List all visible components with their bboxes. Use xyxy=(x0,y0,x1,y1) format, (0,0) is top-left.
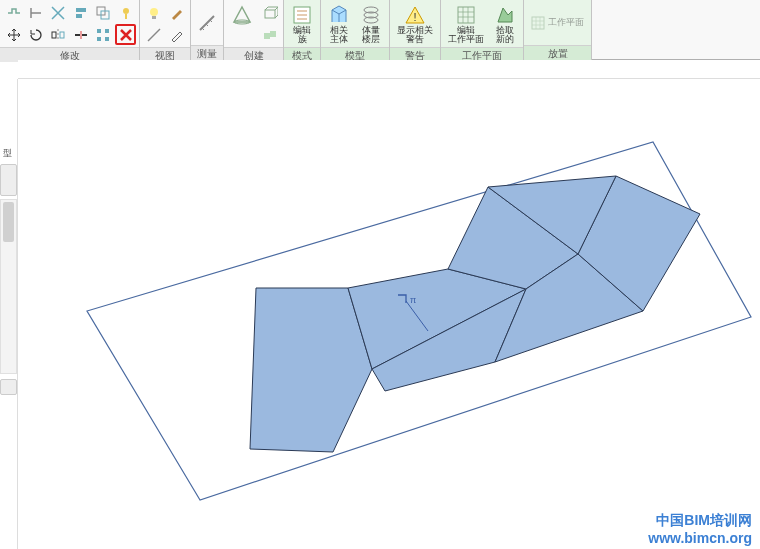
move-icon[interactable] xyxy=(3,24,24,45)
pick-new-button[interactable]: 拾取 新的 xyxy=(490,2,520,45)
svg-text:!: ! xyxy=(413,11,416,23)
watermark-line2: www.bimcn.org xyxy=(648,529,752,547)
group-label-measure: 测量 xyxy=(191,45,223,60)
measure-icon[interactable] xyxy=(194,3,220,43)
svg-rect-14 xyxy=(265,10,275,18)
group-mode: 编辑 族 模式 xyxy=(284,0,321,60)
face-1 xyxy=(250,288,372,452)
svg-text:π: π xyxy=(410,295,416,305)
group-view: 视图 xyxy=(140,0,191,60)
split-icon[interactable] xyxy=(70,24,91,45)
edit-workplane-label: 编辑 工作平面 xyxy=(448,26,484,44)
scroll-thumb[interactable] xyxy=(3,202,14,242)
svg-rect-3 xyxy=(76,14,82,18)
edit-family-button[interactable]: 编辑 族 xyxy=(287,2,317,45)
vertical-ruler: 型 xyxy=(0,79,18,549)
sidebar-label: 型 xyxy=(3,147,12,160)
sidebar-scrollbar[interactable] xyxy=(0,199,17,374)
align-icon[interactable] xyxy=(70,2,91,23)
drawing-canvas[interactable]: π xyxy=(18,79,760,549)
pipe-icon[interactable] xyxy=(3,2,24,23)
svg-rect-9 xyxy=(105,37,109,41)
svg-rect-15 xyxy=(264,33,270,39)
create-form-button[interactable] xyxy=(227,2,257,45)
trim-icon[interactable] xyxy=(47,2,68,23)
array-icon[interactable] xyxy=(92,24,113,45)
svg-point-10 xyxy=(123,8,129,14)
panel-tab-2[interactable] xyxy=(0,379,17,395)
svg-rect-16 xyxy=(270,31,276,37)
watermark: 中国BIM培训网 www.bimcn.org xyxy=(648,511,752,547)
edit-family-label: 编辑 族 xyxy=(293,26,311,44)
group-workplane: 编辑 工作平面 拾取 新的 工作平面 xyxy=(441,0,524,60)
related-host-button[interactable]: 相关 主体 xyxy=(324,2,354,45)
svg-rect-1 xyxy=(60,32,64,38)
svg-rect-12 xyxy=(152,16,156,19)
group-model: 相关 主体 体量 楼层 模型 xyxy=(321,0,390,60)
group-modify: 修改 xyxy=(0,0,140,60)
grid-small-icon xyxy=(531,16,545,30)
svg-rect-6 xyxy=(97,29,101,33)
svg-rect-0 xyxy=(52,32,56,38)
join-icon[interactable] xyxy=(25,2,46,23)
show-warnings-button[interactable]: ! 显示相关 警告 xyxy=(393,2,437,45)
horizontal-ruler xyxy=(18,60,760,79)
model-view: π xyxy=(18,79,760,549)
pin-icon[interactable] xyxy=(115,2,136,23)
box-icon[interactable] xyxy=(259,2,280,23)
svg-rect-8 xyxy=(97,37,101,41)
delete-icon[interactable] xyxy=(115,24,136,45)
svg-rect-22 xyxy=(458,7,474,23)
show-warnings-label: 显示相关 警告 xyxy=(397,26,433,44)
svg-rect-2 xyxy=(76,8,86,12)
brush-icon[interactable] xyxy=(166,2,187,23)
related-host-label: 相关 主体 xyxy=(330,26,348,44)
mass-floors-button[interactable]: 体量 楼层 xyxy=(356,2,386,45)
group-icon[interactable] xyxy=(259,24,280,45)
group-warn: ! 显示相关 警告 警告 xyxy=(390,0,441,60)
svg-rect-23 xyxy=(532,17,544,29)
edit-workplane-button[interactable]: 编辑 工作平面 xyxy=(444,2,488,45)
pick-new-label: 拾取 新的 xyxy=(496,26,514,44)
workplane-place-label: 工作平面 xyxy=(548,18,584,27)
svg-point-11 xyxy=(150,8,158,16)
pencil-icon[interactable] xyxy=(166,24,187,45)
group-create: 创建 xyxy=(224,0,284,60)
group-measure: 测量 xyxy=(191,0,224,60)
ribbon-toolbar: 修改 视图 测量 创建 xyxy=(0,0,760,60)
svg-rect-7 xyxy=(105,29,109,33)
line-icon[interactable] xyxy=(143,24,164,45)
panel-tab-1[interactable] xyxy=(0,164,17,196)
bulb-icon[interactable] xyxy=(143,2,164,23)
mirror-icon[interactable] xyxy=(47,24,68,45)
watermark-line1: 中国BIM培训网 xyxy=(648,511,752,529)
offset-icon[interactable] xyxy=(92,2,113,23)
group-label-place: 放置 xyxy=(524,45,591,60)
group-place: 工作平面 放置 xyxy=(524,0,592,60)
workplane-place-button: 工作平面 xyxy=(527,13,588,33)
rotate-icon[interactable] xyxy=(25,24,46,45)
mass-floors-label: 体量 楼层 xyxy=(362,26,380,44)
